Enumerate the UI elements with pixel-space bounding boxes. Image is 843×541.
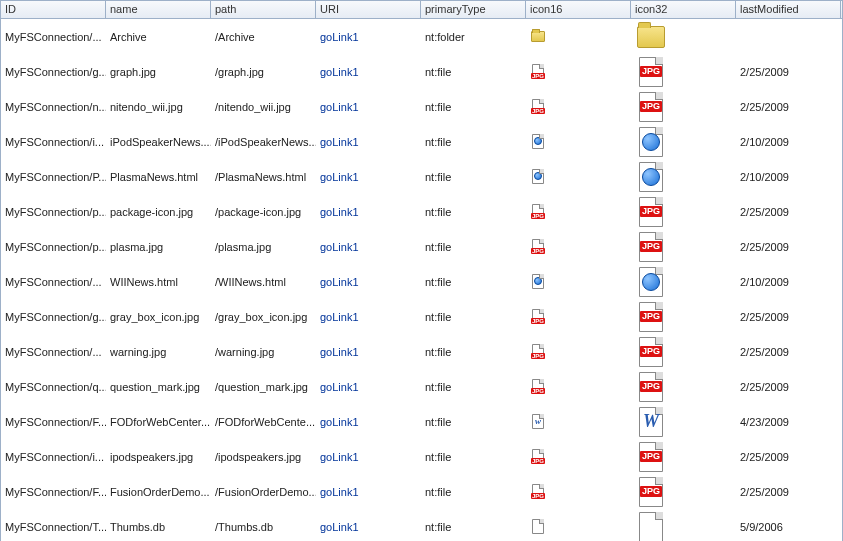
cell-icon16: JPG — [526, 194, 631, 229]
html-file-icon — [530, 274, 546, 290]
cell-id: MyFSConnection/p... — [1, 229, 106, 264]
cell-path: /ipodspeakers.jpg — [211, 439, 316, 474]
header-icon16[interactable]: icon16 — [526, 1, 631, 18]
cell-lastmodified: 2/25/2009 — [736, 369, 841, 404]
cell-uri: goLink1 — [316, 439, 421, 474]
uri-link[interactable]: goLink1 — [320, 416, 359, 428]
table-row[interactable]: MyFSConnection/q...question_mark.jpg/que… — [1, 369, 842, 404]
table-row[interactable]: MyFSConnection/i...ipodspeakers.jpg/ipod… — [1, 439, 842, 474]
uri-link[interactable]: goLink1 — [320, 486, 359, 498]
jpg-file-icon: JPG — [635, 336, 667, 368]
uri-link[interactable]: goLink1 — [320, 66, 359, 78]
jpg-file-icon: JPG — [530, 239, 546, 255]
word-file-icon: w — [530, 414, 546, 430]
cell-lastmodified: 2/25/2009 — [736, 89, 841, 124]
cell-lastmodified: 2/25/2009 — [736, 474, 841, 509]
header-primarytype[interactable]: primaryType — [421, 1, 526, 18]
uri-link[interactable]: goLink1 — [320, 206, 359, 218]
html-file-icon — [530, 134, 546, 150]
header-path[interactable]: path — [211, 1, 316, 18]
cell-uri: goLink1 — [316, 159, 421, 194]
cell-name: graph.jpg — [106, 54, 211, 89]
jpg-file-icon: JPG — [635, 371, 667, 403]
uri-link[interactable]: goLink1 — [320, 171, 359, 183]
header-icon32[interactable]: icon32 — [631, 1, 736, 18]
header-lastmodified[interactable]: lastModified — [736, 1, 841, 18]
cell-id: MyFSConnection/F... — [1, 474, 106, 509]
cell-icon32: JPG — [631, 89, 736, 124]
table-row[interactable]: MyFSConnection/F...FusionOrderDemo.../Fu… — [1, 474, 842, 509]
cell-name: nitendo_wii.jpg — [106, 89, 211, 124]
cell-lastmodified: 2/10/2009 — [736, 264, 841, 299]
header-id[interactable]: ID — [1, 1, 106, 18]
cell-icon32 — [631, 124, 736, 159]
table-row[interactable]: MyFSConnection/i...iPodSpeakerNews..../i… — [1, 124, 842, 159]
cell-primarytype: nt:file — [421, 264, 526, 299]
cell-icon16 — [526, 264, 631, 299]
table-row[interactable]: MyFSConnection/P...PlasmaNews.html/Plasm… — [1, 159, 842, 194]
cell-uri: goLink1 — [316, 509, 421, 541]
cell-path: /plasma.jpg — [211, 229, 316, 264]
table-row[interactable]: MyFSConnection/F...FODforWebCenter.../FO… — [1, 404, 842, 439]
cell-name: Thumbs.db — [106, 509, 211, 541]
table-row[interactable]: MyFSConnection/g...gray_box_icon.jpg/gra… — [1, 299, 842, 334]
cell-path: /PlasmaNews.html — [211, 159, 316, 194]
cell-icon16: JPG — [526, 369, 631, 404]
cell-name: FusionOrderDemo... — [106, 474, 211, 509]
cell-uri: goLink1 — [316, 54, 421, 89]
uri-link[interactable]: goLink1 — [320, 241, 359, 253]
cell-path: /FusionOrderDemo... — [211, 474, 316, 509]
cell-id: MyFSConnection/T... — [1, 509, 106, 541]
table-row[interactable]: MyFSConnection/p...plasma.jpg/plasma.jpg… — [1, 229, 842, 264]
cell-icon32: JPG — [631, 194, 736, 229]
cell-name: Archive — [106, 19, 211, 54]
cell-uri: goLink1 — [316, 124, 421, 159]
jpg-file-icon: JPG — [635, 56, 667, 88]
table-row[interactable]: MyFSConnection/...WIINews.html/WIINews.h… — [1, 264, 842, 299]
cell-primarytype: nt:file — [421, 369, 526, 404]
cell-icon16: JPG — [526, 54, 631, 89]
cell-id: MyFSConnection/... — [1, 334, 106, 369]
cell-primarytype: nt:file — [421, 509, 526, 541]
cell-path: /FODforWebCente... — [211, 404, 316, 439]
header-name[interactable]: name — [106, 1, 211, 18]
uri-link[interactable]: goLink1 — [320, 31, 359, 43]
cell-icon32: JPG — [631, 229, 736, 264]
cell-id: MyFSConnection/... — [1, 19, 106, 54]
table-row[interactable]: MyFSConnection/g...graph.jpg/graph.jpggo… — [1, 54, 842, 89]
uri-link[interactable]: goLink1 — [320, 381, 359, 393]
folder-icon — [635, 21, 667, 53]
header-uri[interactable]: URI — [316, 1, 421, 18]
cell-id: MyFSConnection/F... — [1, 404, 106, 439]
cell-icon16 — [526, 19, 631, 54]
uri-link[interactable]: goLink1 — [320, 451, 359, 463]
cell-lastmodified: 2/10/2009 — [736, 159, 841, 194]
table-row[interactable]: MyFSConnection/...warning.jpg/warning.jp… — [1, 334, 842, 369]
table-row[interactable]: MyFSConnection/n...nitendo_wii.jpg/niten… — [1, 89, 842, 124]
cell-lastmodified: 2/25/2009 — [736, 299, 841, 334]
uri-link[interactable]: goLink1 — [320, 136, 359, 148]
blank-file-icon — [530, 519, 546, 535]
uri-link[interactable]: goLink1 — [320, 521, 359, 533]
cell-path: /iPodSpeakerNews... — [211, 124, 316, 159]
jpg-file-icon: JPG — [530, 379, 546, 395]
cell-path: /nitendo_wii.jpg — [211, 89, 316, 124]
uri-link[interactable]: goLink1 — [320, 346, 359, 358]
cell-icon32: JPG — [631, 299, 736, 334]
cell-icon32: W — [631, 404, 736, 439]
cell-id: MyFSConnection/i... — [1, 439, 106, 474]
cell-id: MyFSConnection/i... — [1, 124, 106, 159]
cell-lastmodified — [736, 19, 841, 54]
cell-id: MyFSConnection/P... — [1, 159, 106, 194]
jpg-file-icon: JPG — [635, 91, 667, 123]
uri-link[interactable]: goLink1 — [320, 276, 359, 288]
uri-link[interactable]: goLink1 — [320, 101, 359, 113]
word-file-icon: W — [635, 406, 667, 438]
cell-icon32 — [631, 19, 736, 54]
table-row[interactable]: MyFSConnection/p...package-icon.jpg/pack… — [1, 194, 842, 229]
cell-lastmodified: 2/10/2009 — [736, 124, 841, 159]
table-row[interactable]: MyFSConnection/T...Thumbs.db/Thumbs.dbgo… — [1, 509, 842, 541]
uri-link[interactable]: goLink1 — [320, 311, 359, 323]
table-row[interactable]: MyFSConnection/...Archive/ArchivegoLink1… — [1, 19, 842, 54]
cell-lastmodified: 2/25/2009 — [736, 334, 841, 369]
